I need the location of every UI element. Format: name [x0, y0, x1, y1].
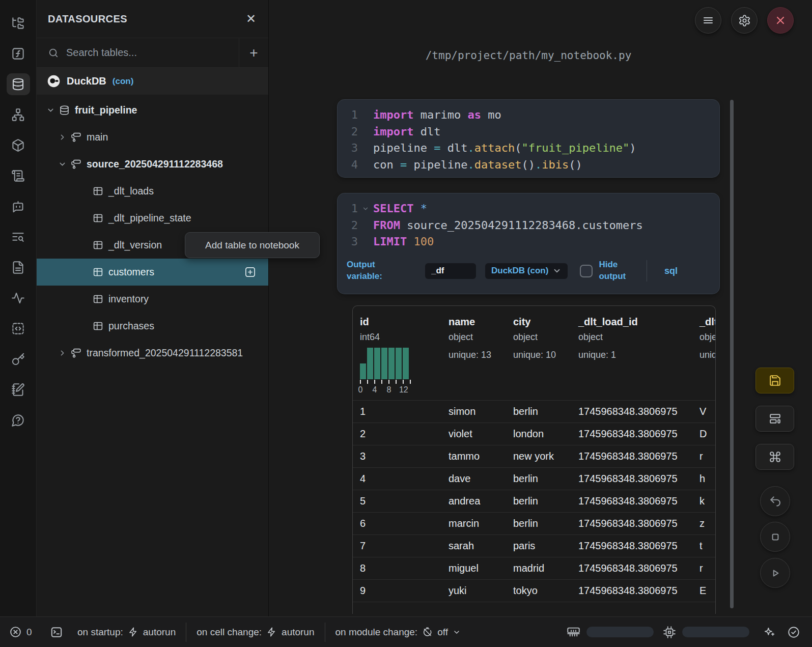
- divider: [186, 623, 186, 642]
- help-bubble-icon[interactable]: [7, 409, 30, 431]
- tree-item-purchases[interactable]: purchases: [37, 313, 268, 340]
- search-icon: [37, 47, 66, 59]
- search-input[interactable]: [66, 38, 239, 67]
- package-icon[interactable]: [7, 134, 30, 156]
- add-datasource-button[interactable]: +: [239, 38, 268, 67]
- menu-button[interactable]: [695, 7, 721, 34]
- settings-button[interactable]: [731, 7, 758, 34]
- layout-button[interactable]: [755, 406, 794, 432]
- notebook-pen-icon[interactable]: [7, 379, 30, 401]
- datasource-tree: fruit_pipelinemainsource_202504291112283…: [37, 95, 268, 367]
- add-table-icon[interactable]: [244, 266, 256, 278]
- connection-status-icon[interactable]: [787, 626, 800, 639]
- table-row: [353, 602, 715, 614]
- code-square-icon[interactable]: [7, 318, 30, 340]
- tree-item-fruit_pipeline[interactable]: fruit_pipeline: [37, 97, 268, 124]
- ai-sparkle-icon[interactable]: [763, 626, 776, 639]
- scroll-text-icon[interactable]: [7, 165, 30, 187]
- datasources-panel: DATASOURCES ✕ + DuckDB (con) fruit_pipel…: [37, 0, 269, 616]
- table-row[interactable]: 9yukitokyo1745968348.3806975E: [353, 579, 715, 602]
- bot-icon[interactable]: [7, 195, 30, 217]
- undo-button[interactable]: [760, 486, 790, 516]
- cpu-icon: [663, 626, 676, 639]
- panel-title: DATASOURCES: [48, 13, 127, 25]
- error-indicator[interactable]: 0: [9, 617, 32, 647]
- notebook-scrollbar[interactable]: [730, 100, 734, 608]
- language-badge: sql: [664, 266, 678, 276]
- network-icon[interactable]: [7, 104, 30, 126]
- run-button[interactable]: [760, 558, 790, 588]
- chevron-down-icon: [44, 106, 57, 115]
- column-header-name[interactable]: nameobjectunique: 13: [449, 316, 513, 396]
- text-search-icon[interactable]: [7, 226, 30, 248]
- zap-icon: [128, 627, 138, 637]
- tree-item-source_202504291112283468[interactable]: source_202504291112283468: [37, 151, 268, 178]
- code-line[interactable]: 1import marimo as mo: [338, 107, 719, 124]
- line-number: 1: [338, 201, 358, 217]
- table-row[interactable]: 3tammonew york1745968348.3806975r: [353, 445, 715, 467]
- code-cell-sql[interactable]: 1SELECT *2FROM source_202504291112283468…: [338, 193, 719, 294]
- query-result-table: idint6404812nameobjectunique: 13cityobje…: [352, 305, 716, 614]
- status-item-on-startup-[interactable]: on startup:autorun: [77, 627, 176, 638]
- key-icon[interactable]: [7, 348, 30, 370]
- table-row[interactable]: 4daveberlin1745968348.3806975h: [353, 467, 715, 490]
- terminal-button[interactable]: [50, 617, 63, 647]
- tooltip: Add table to notebook: [185, 232, 320, 258]
- tree-item-main[interactable]: main: [37, 124, 268, 151]
- database-icon[interactable]: [7, 73, 30, 95]
- status-item-on-cell-change-[interactable]: on cell change:autorun: [197, 627, 314, 638]
- column-header-id[interactable]: idint6404812: [360, 316, 449, 396]
- engine-connection: (con): [113, 76, 134, 87]
- tree-item-inventory[interactable]: inventory: [37, 286, 268, 313]
- duckdb-logo-icon: [47, 74, 61, 88]
- command-palette-button[interactable]: [755, 444, 794, 470]
- engine-select[interactable]: DuckDB (con): [485, 263, 568, 279]
- line-number: 3: [338, 140, 358, 157]
- save-button[interactable]: [755, 368, 794, 393]
- code-line[interactable]: 1SELECT *: [338, 201, 719, 217]
- stop-button[interactable]: [760, 522, 790, 552]
- table-row[interactable]: 8miguelmadrid1745968348.3806975r: [353, 557, 715, 579]
- code-line[interactable]: 3pipeline = dlt.attach("fruit_pipeline"): [338, 140, 719, 157]
- panel-header: DATASOURCES ✕: [37, 0, 268, 38]
- function-square-icon[interactable]: [7, 43, 30, 65]
- file-text-icon[interactable]: [7, 257, 30, 278]
- tree-item-_dlt_loads[interactable]: _dlt_loads: [37, 178, 268, 205]
- tree-item-_dlt_pipeline_state[interactable]: _dlt_pipeline_state: [37, 205, 268, 232]
- engine-name: DuckDB: [67, 75, 106, 87]
- autorun-off-icon: [422, 627, 433, 637]
- hide-output-checkbox[interactable]: [580, 265, 593, 277]
- table-row[interactable]: 6marcinberlin1745968348.3806975z: [353, 512, 715, 535]
- shutdown-button[interactable]: [767, 7, 794, 34]
- code-line[interactable]: 4con = pipeline.dataset().ibis(): [338, 157, 719, 174]
- column-header-_dlt_id[interactable]: _dlt_idobjectunique:: [699, 316, 716, 396]
- tree-item-customers[interactable]: customers: [37, 259, 268, 286]
- tree-item-transformed_202504291112283581[interactable]: transformed_202504291112283581: [37, 340, 268, 367]
- close-icon[interactable]: ✕: [246, 13, 256, 25]
- table-row[interactable]: 5andreaberlin1745968348.3806975k: [353, 490, 715, 512]
- code-line[interactable]: 3LIMIT 100: [338, 234, 719, 250]
- status-item-on-module-change-[interactable]: on module change:off: [335, 627, 461, 638]
- code-cell-python[interactable]: 1import marimo as mo2import dlt3pipeline…: [338, 100, 719, 177]
- table-row[interactable]: 7sarahparis1745968348.3806975t: [353, 535, 715, 557]
- column-header-city[interactable]: cityobjectunique: 10: [513, 316, 578, 396]
- activity-icon[interactable]: [7, 287, 30, 309]
- line-number: 2: [338, 124, 358, 140]
- output-variable-input[interactable]: [425, 263, 476, 279]
- zap-icon: [266, 627, 277, 637]
- table-row[interactable]: 2violetlondon1745968348.3806975D: [353, 423, 715, 445]
- python-code-editor[interactable]: 1import marimo as mo2import dlt3pipeline…: [338, 100, 719, 173]
- engine-row[interactable]: DuckDB (con): [37, 68, 268, 95]
- code-line[interactable]: 2FROM source_202504291112283468.customer…: [338, 217, 719, 234]
- floating-action-buttons: [746, 0, 812, 616]
- status-bar: 0 on startup:autorunon cell change:autor…: [0, 616, 812, 647]
- file-tree-icon[interactable]: [7, 12, 30, 34]
- sql-code-editor[interactable]: 1SELECT *2FROM source_202504291112283468…: [338, 193, 719, 250]
- column-header-_dlt_load_id[interactable]: _dlt_load_idobjectunique: 1: [578, 316, 699, 396]
- sql-cell-footer: Output variable: DuckDB (con) Hide outpu…: [338, 255, 719, 287]
- table-row[interactable]: 1simonberlin1745968348.3806975V: [353, 400, 715, 423]
- fold-chevron-icon[interactable]: [358, 201, 373, 217]
- code-line[interactable]: 2import dlt: [338, 124, 719, 140]
- schema-icon: [71, 132, 81, 143]
- chevron-down-icon: [552, 266, 562, 275]
